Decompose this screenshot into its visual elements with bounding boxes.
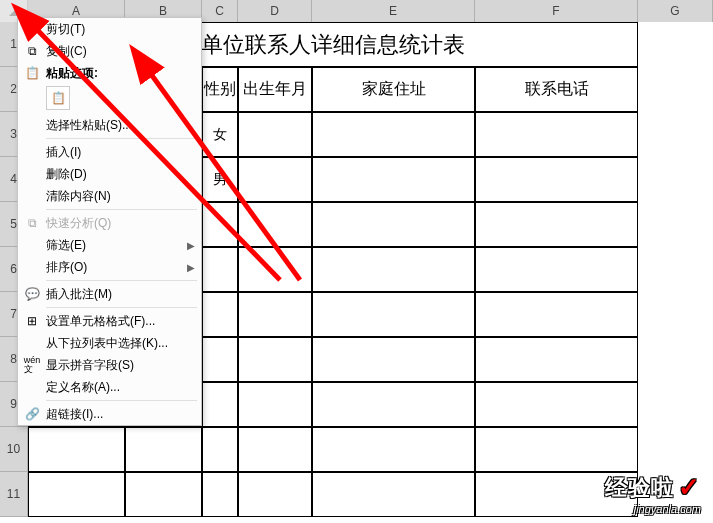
cell-c9[interactable] xyxy=(202,382,238,427)
cell-d5[interactable] xyxy=(238,202,312,247)
watermark: 经验啦 ✓ jingyanla.com xyxy=(605,472,701,515)
chevron-right-icon: ▶ xyxy=(187,262,195,273)
cell-c11[interactable] xyxy=(202,472,238,517)
row-header-11[interactable]: 11 xyxy=(0,472,28,517)
menu-paste-special[interactable]: 选择性粘贴(S)... xyxy=(18,114,201,136)
col-header-c[interactable]: C xyxy=(202,0,238,22)
cell-e10[interactable] xyxy=(312,427,475,472)
menu-separator xyxy=(46,280,197,281)
cell-e2[interactable]: 家庭住址 xyxy=(312,67,475,112)
chevron-right-icon: ▶ xyxy=(187,240,195,251)
menu-comment-label: 插入批注(M) xyxy=(46,286,195,303)
cell-e8[interactable] xyxy=(312,337,475,382)
menu-cut-label: 剪切(T) xyxy=(46,21,195,38)
col-header-g[interactable]: G xyxy=(638,0,713,22)
cell-c8[interactable] xyxy=(202,337,238,382)
format-icon: ⊞ xyxy=(22,313,42,329)
cell-f5[interactable] xyxy=(475,202,638,247)
cell-c6[interactable] xyxy=(202,247,238,292)
cell-e3[interactable] xyxy=(312,112,475,157)
comment-icon: 💬 xyxy=(22,286,42,302)
menu-separator xyxy=(46,138,197,139)
menu-pinyin-label: 显示拼音字段(S) xyxy=(46,357,195,374)
cell-a10[interactable] xyxy=(28,427,125,472)
cell-e7[interactable] xyxy=(312,292,475,337)
cell-d7[interactable] xyxy=(238,292,312,337)
menu-separator xyxy=(46,400,197,401)
menu-clear-label: 清除内容(N) xyxy=(46,188,195,205)
cell-c2[interactable]: 性别 xyxy=(202,67,238,112)
paste-option-default[interactable]: 📋 xyxy=(46,86,70,110)
cell-c3[interactable]: 女 xyxy=(202,112,238,157)
menu-copy[interactable]: ⧉ 复制(C) xyxy=(18,40,201,62)
menu-dropdown-label: 从下拉列表中选择(K)... xyxy=(46,335,195,352)
menu-format-label: 设置单元格格式(F)... xyxy=(46,313,195,330)
cell-f8[interactable] xyxy=(475,337,638,382)
cell-f10[interactable] xyxy=(475,427,638,472)
menu-clear[interactable]: 清除内容(N) xyxy=(18,185,201,207)
cell-f6[interactable] xyxy=(475,247,638,292)
cell-e4[interactable] xyxy=(312,157,475,202)
menu-hyperlink[interactable]: 🔗 超链接(I)... xyxy=(18,403,201,425)
menu-dropdown-list[interactable]: 从下拉列表中选择(K)... xyxy=(18,332,201,354)
menu-separator xyxy=(46,307,197,308)
watermark-url: jingyanla.com xyxy=(605,503,701,515)
paste-options-row: 📋 xyxy=(18,84,201,114)
col-header-f[interactable]: F xyxy=(475,0,638,22)
quick-analysis-icon: ⧉ xyxy=(22,215,42,231)
cell-b11[interactable] xyxy=(125,472,202,517)
menu-insert-label: 插入(I) xyxy=(46,144,195,161)
menu-separator xyxy=(46,209,197,210)
cell-d4[interactable] xyxy=(238,157,312,202)
col-header-d[interactable]: D xyxy=(238,0,312,22)
copy-icon: ⧉ xyxy=(22,43,42,59)
menu-paste-special-label: 选择性粘贴(S)... xyxy=(46,117,195,134)
menu-quick-analysis: ⧉ 快速分析(Q) xyxy=(18,212,201,234)
scissors-icon: ✂ xyxy=(22,21,42,37)
menu-insert-comment[interactable]: 💬 插入批注(M) xyxy=(18,283,201,305)
cell-c4[interactable]: 男 xyxy=(202,157,238,202)
cell-e6[interactable] xyxy=(312,247,475,292)
menu-filter[interactable]: 筛选(E) ▶ xyxy=(18,234,201,256)
col-header-e[interactable]: E xyxy=(312,0,475,22)
menu-define-name[interactable]: 定义名称(A)... xyxy=(18,376,201,398)
cell-d6[interactable] xyxy=(238,247,312,292)
cell-d3[interactable] xyxy=(238,112,312,157)
menu-show-pinyin[interactable]: wén文 显示拼音字段(S) xyxy=(18,354,201,376)
menu-cut[interactable]: ✂ 剪切(T) xyxy=(18,18,201,40)
cell-c7[interactable] xyxy=(202,292,238,337)
context-menu: ✂ 剪切(T) ⧉ 复制(C) 📋 粘贴选项: 📋 选择性粘贴(S)... 插入… xyxy=(17,17,202,426)
cell-f3[interactable] xyxy=(475,112,638,157)
cell-e9[interactable] xyxy=(312,382,475,427)
clipboard-icon: 📋 xyxy=(51,91,66,105)
cell-d11[interactable] xyxy=(238,472,312,517)
cell-f2[interactable]: 联系电话 xyxy=(475,67,638,112)
row-header-10[interactable]: 10 xyxy=(0,427,28,472)
cell-e5[interactable] xyxy=(312,202,475,247)
check-icon: ✓ xyxy=(678,472,701,503)
cell-d9[interactable] xyxy=(238,382,312,427)
menu-quick-label: 快速分析(Q) xyxy=(46,215,195,232)
cell-f7[interactable] xyxy=(475,292,638,337)
cell-d10[interactable] xyxy=(238,427,312,472)
menu-filter-label: 筛选(E) xyxy=(46,237,187,254)
hyperlink-icon: 🔗 xyxy=(22,406,42,422)
menu-format-cells[interactable]: ⊞ 设置单元格格式(F)... xyxy=(18,310,201,332)
menu-insert[interactable]: 插入(I) xyxy=(18,141,201,163)
cell-e11[interactable] xyxy=(312,472,475,517)
paste-icon: 📋 xyxy=(22,65,42,81)
cell-f4[interactable] xyxy=(475,157,638,202)
cell-b10[interactable] xyxy=(125,427,202,472)
cell-a11[interactable] xyxy=(28,472,125,517)
menu-delete[interactable]: 删除(D) xyxy=(18,163,201,185)
pinyin-icon: wén文 xyxy=(22,357,42,373)
menu-sort-label: 排序(O) xyxy=(46,259,187,276)
cell-c10[interactable] xyxy=(202,427,238,472)
menu-sort[interactable]: 排序(O) ▶ xyxy=(18,256,201,278)
cell-d2[interactable]: 出生年月 xyxy=(238,67,312,112)
cell-f9[interactable] xyxy=(475,382,638,427)
cell-d8[interactable] xyxy=(238,337,312,382)
menu-paste-label: 粘贴选项: xyxy=(46,65,195,82)
cell-c5[interactable] xyxy=(202,202,238,247)
watermark-text: 经验啦 xyxy=(605,473,674,503)
